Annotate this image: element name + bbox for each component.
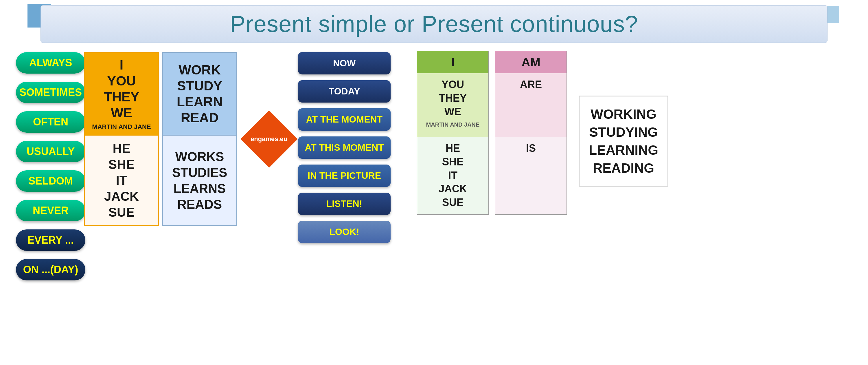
adverbs-column: ALWAYS SOMETIMES OFTEN USUALLY SELDOM NE… bbox=[16, 52, 85, 280]
time-in-the-picture[interactable]: IN THE PICTURE bbox=[298, 165, 391, 187]
subject-box-top: IYOUTHEYWE MARTIN AND JANE bbox=[85, 53, 158, 136]
time-listen[interactable]: LISTEN! bbox=[298, 193, 391, 215]
cont-subject-bottom-body: HESHEITJACKSUE bbox=[417, 137, 488, 214]
adverb-often[interactable]: OFTEN bbox=[16, 111, 85, 133]
subject-box-bottom: HESHEITJACKSUE bbox=[85, 136, 158, 225]
subject-bottom-pronouns: HESHEITJACKSUE bbox=[104, 140, 139, 220]
cont-subject-top-body: YOUTHEYWE MARTIN AND JANE bbox=[417, 73, 488, 137]
subject-top-pronouns: IYOUTHEYWE bbox=[104, 57, 140, 121]
diamond-container: engames.eu bbox=[246, 116, 292, 162]
diamond-shape: engames.eu bbox=[241, 110, 298, 168]
verb-box: WORKSTUDYLEARNREAD WORKSSTUDIESLEARNSREA… bbox=[162, 52, 237, 226]
adverb-always[interactable]: ALWAYS bbox=[16, 52, 85, 74]
verb-box-top: WORKSTUDYLEARNREAD bbox=[163, 53, 237, 136]
cont-aux-header: AM bbox=[495, 51, 566, 73]
adverb-seldom[interactable]: SELDOM bbox=[16, 170, 85, 192]
adverb-every[interactable]: EVERY ... bbox=[16, 229, 85, 251]
cont-subject-header: I bbox=[417, 51, 488, 73]
verb-box-bottom: WORKSSTUDIESLEARNSREADS bbox=[163, 136, 237, 225]
verbs-top: WORKSTUDYLEARNREAD bbox=[177, 62, 222, 126]
cont-aux-col: AM ARE IS bbox=[495, 51, 567, 215]
page-title: Present simple or Present continuous? bbox=[230, 11, 638, 37]
adverb-never[interactable]: NEVER bbox=[16, 200, 85, 221]
time-today[interactable]: TODAY bbox=[298, 80, 391, 103]
right-verbs-box: WORKINGSTUDYINGLEARNINGREADING bbox=[579, 95, 669, 187]
right-verbs-text: WORKINGSTUDYINGLEARNINGREADING bbox=[585, 105, 662, 177]
diamond-text: engames.eu bbox=[251, 135, 287, 143]
subject-box: IYOUTHEYWE MARTIN AND JANE HESHEITJACKSU… bbox=[84, 52, 159, 226]
cont-subject-col: I YOUTHEYWE MARTIN AND JANE HESHEITJACKS… bbox=[416, 51, 489, 215]
adverb-usually[interactable]: USUALLY bbox=[16, 141, 85, 162]
time-look[interactable]: LOOK! bbox=[298, 221, 391, 243]
adverb-sometimes[interactable]: SOMETIMES bbox=[16, 82, 85, 103]
cont-martin-jane: MARTIN AND JANE bbox=[420, 121, 486, 128]
continuous-table: I YOUTHEYWE MARTIN AND JANE HESHEITJACKS… bbox=[416, 51, 567, 215]
time-expressions-column: NOW TODAY AT THE MOMENT AT THIS MOMENT I… bbox=[298, 52, 391, 243]
time-at-the-moment[interactable]: AT THE MOMENT bbox=[298, 108, 391, 131]
verbs-bottom: WORKSSTUDIESLEARNSREADS bbox=[172, 149, 227, 212]
time-now[interactable]: NOW bbox=[298, 52, 391, 75]
cont-aux-is: IS bbox=[495, 137, 566, 214]
subject-martin-jane: MARTIN AND JANE bbox=[92, 123, 151, 131]
header-bar: Present simple or Present continuous? bbox=[40, 5, 828, 43]
adverb-on-day[interactable]: ON ...(DAY) bbox=[16, 259, 85, 280]
time-at-this-moment[interactable]: AT THIS MOMENT bbox=[298, 136, 391, 159]
cont-aux-are: ARE bbox=[495, 73, 566, 137]
